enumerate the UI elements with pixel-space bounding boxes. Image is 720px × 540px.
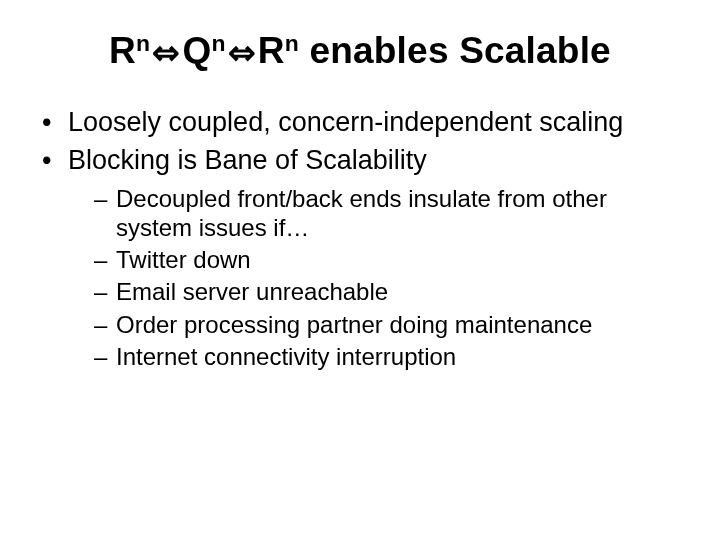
bullet-text: Blocking is Bane of Scalability bbox=[68, 145, 427, 175]
sub-bullet-text: Internet connectivity interruption bbox=[116, 343, 456, 370]
title-sup-3: n bbox=[285, 30, 299, 56]
list-item: Loosely coupled, concern-independent sca… bbox=[42, 106, 684, 140]
sub-bullet-text: Decoupled front/back ends insulate from … bbox=[116, 185, 607, 241]
double-arrow-icon: ⇔ bbox=[228, 36, 256, 69]
list-item: Order processing partner doing maintenan… bbox=[94, 310, 684, 339]
list-item: Twitter down bbox=[94, 245, 684, 274]
sub-bullet-text: Email server unreachable bbox=[116, 278, 388, 305]
sub-bullet-text: Order processing partner doing maintenan… bbox=[116, 311, 592, 338]
list-item: Internet connectivity interruption bbox=[94, 342, 684, 371]
title-seg-q: Q bbox=[182, 30, 211, 71]
title-seg-r2: R bbox=[258, 30, 285, 71]
title-seg-r1: R bbox=[109, 30, 136, 71]
slide-title: Rn⇔Qn⇔Rn enables Scalable bbox=[36, 30, 684, 72]
double-arrow-icon: ⇔ bbox=[152, 36, 180, 69]
title-sup-1: n bbox=[136, 30, 150, 56]
sub-bullet-list: Decoupled front/back ends insulate from … bbox=[68, 184, 684, 372]
title-rest: enables Scalable bbox=[299, 30, 611, 71]
bullet-text: Loosely coupled, concern-independent sca… bbox=[68, 107, 623, 137]
bullet-list: Loosely coupled, concern-independent sca… bbox=[36, 106, 684, 371]
list-item: Decoupled front/back ends insulate from … bbox=[94, 184, 684, 243]
list-item: Blocking is Bane of Scalability Decouple… bbox=[42, 144, 684, 371]
sub-bullet-text: Twitter down bbox=[116, 246, 251, 273]
slide: Rn⇔Qn⇔Rn enables Scalable Loosely couple… bbox=[0, 0, 720, 540]
list-item: Email server unreachable bbox=[94, 277, 684, 306]
title-sup-2: n bbox=[211, 30, 225, 56]
